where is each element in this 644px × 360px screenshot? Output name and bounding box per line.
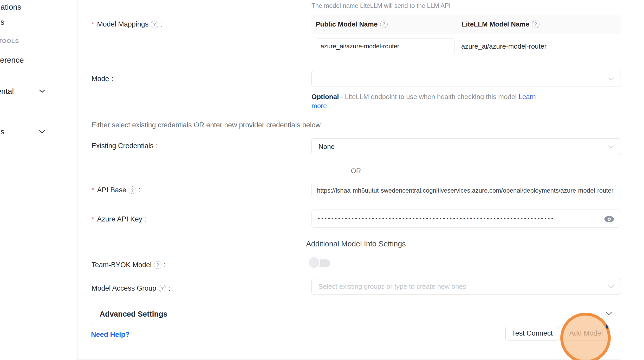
column-litellm-model-name: LiteLLM Model Name ? (462, 20, 539, 28)
test-connect-button[interactable]: Test Connect (505, 326, 559, 341)
mode-label: Mode (92, 75, 109, 83)
existing-credentials-select[interactable]: None (311, 138, 621, 155)
api-base-label: API Base (97, 186, 126, 194)
sidebar-section-tools: TOOLS (0, 38, 19, 44)
model-mappings-table-row: azure_ai/azure-model-router (311, 34, 621, 72)
api-base-label-row: * API Base ? : (92, 186, 140, 194)
team-byok-toggle-knob[interactable] (308, 256, 320, 269)
colon: : (139, 186, 141, 194)
additional-settings-divider-text: Additional Model Info Settings (306, 240, 406, 248)
model-mappings-table-header: Public Model Name ? LiteLLM Model Name ? (311, 15, 621, 34)
model-mappings-table: Public Model Name ? LiteLLM Model Name ?… (311, 15, 621, 72)
learn-more-link[interactable]: Learn (518, 93, 536, 101)
chevron-down-icon (608, 283, 614, 291)
click-highlight-circle (560, 313, 611, 360)
litellm-model-name-header-label: LiteLLM Model Name (462, 20, 529, 28)
colon: : (161, 20, 163, 28)
chevron-down-icon[interactable] (606, 311, 612, 317)
mode-help-body: - LiteLLM endpoint to use when health ch… (341, 93, 517, 101)
model-mappings-label: Model Mappings (97, 20, 148, 28)
mode-help-optional: Optional (311, 93, 339, 101)
or-divider-text: OR (351, 167, 361, 175)
model-access-group-label-row: Model Access Group ? : (92, 284, 171, 292)
model-name-hint: The model name LiteLLM will send to the … (311, 2, 451, 9)
api-base-input[interactable] (311, 182, 621, 199)
sidebar: ations s TOOLS erence ental s (0, 0, 77, 360)
model-access-group-select[interactable]: Select existing groups or type to create… (311, 278, 621, 295)
sidebar-item-5[interactable]: s (1, 127, 4, 136)
additional-settings-divider: Additional Model Info Settings (91, 240, 621, 248)
colon: : (164, 261, 166, 269)
mode-label-row: Mode : (92, 75, 113, 83)
public-model-name-input[interactable] (316, 38, 454, 54)
required-marker: * (92, 20, 94, 28)
help-icon[interactable]: ? (159, 285, 166, 292)
existing-credentials-value: None (318, 143, 335, 151)
colon: : (168, 284, 171, 292)
learn-more-link-line2[interactable]: more (311, 102, 327, 110)
public-model-name-header-label: Public Model Name (316, 20, 378, 28)
sidebar-item-experimental[interactable]: ental (0, 87, 14, 96)
mode-help-text: Optional - LiteLLM endpoint to use when … (311, 91, 536, 102)
existing-credentials-label: Existing Credentials (92, 142, 154, 150)
team-byok-label: Team-BYOK Model (92, 261, 152, 269)
existing-credentials-label-row: Existing Credentials : (92, 142, 158, 150)
advanced-settings-panel[interactable]: Advanced Settings (91, 303, 621, 325)
eye-icon[interactable] (604, 215, 615, 224)
advanced-settings-title: Advanced Settings (100, 310, 167, 318)
column-public-model-name: Public Model Name ? (316, 20, 453, 28)
divider-line (368, 171, 621, 171)
colon: : (156, 142, 158, 150)
test-connect-label: Test Connect (512, 329, 553, 337)
or-divider: OR (91, 167, 621, 175)
help-icon[interactable]: ? (380, 21, 388, 28)
azure-api-key-label: Azure API Key (97, 215, 142, 223)
chevron-down-icon[interactable] (39, 130, 45, 135)
help-icon[interactable]: ? (151, 21, 158, 28)
colon: : (145, 215, 147, 223)
sidebar-item-1[interactable]: s (1, 18, 4, 27)
help-icon[interactable]: ? (129, 186, 136, 194)
sidebar-item-organizations[interactable]: ations (1, 3, 21, 11)
mode-select[interactable] (311, 71, 621, 87)
chevron-down-icon (608, 143, 614, 151)
divider-line (91, 171, 344, 171)
model-mappings-label-row: * Model Mappings ? : (92, 20, 163, 28)
chevron-down-icon[interactable] (39, 89, 45, 94)
credentials-note: Either select existing credentials OR en… (92, 121, 321, 129)
model-access-group-placeholder: Select existing groups or type to create… (318, 283, 466, 291)
column-divider (457, 19, 457, 30)
colon: : (112, 75, 114, 83)
need-help-link[interactable]: Need Help? (91, 331, 130, 339)
required-marker: * (92, 215, 94, 223)
divider-line (413, 244, 621, 244)
mouse-cursor-icon (606, 324, 610, 331)
required-marker: * (92, 186, 94, 194)
sidebar-item-inference[interactable]: erence (0, 56, 24, 64)
divider-line (91, 244, 299, 244)
help-icon[interactable]: ? (154, 261, 161, 269)
help-icon[interactable]: ? (532, 21, 539, 28)
azure-api-key-label-row: * Azure API Key : (92, 215, 147, 223)
chevron-down-icon (608, 75, 614, 83)
model-access-group-label: Model Access Group (92, 284, 156, 292)
litellm-model-name-value: azure_ai/azure-model-router (461, 42, 547, 50)
team-byok-label-row: Team-BYOK Model ? : (92, 261, 166, 269)
azure-api-key-input[interactable] (311, 210, 621, 228)
